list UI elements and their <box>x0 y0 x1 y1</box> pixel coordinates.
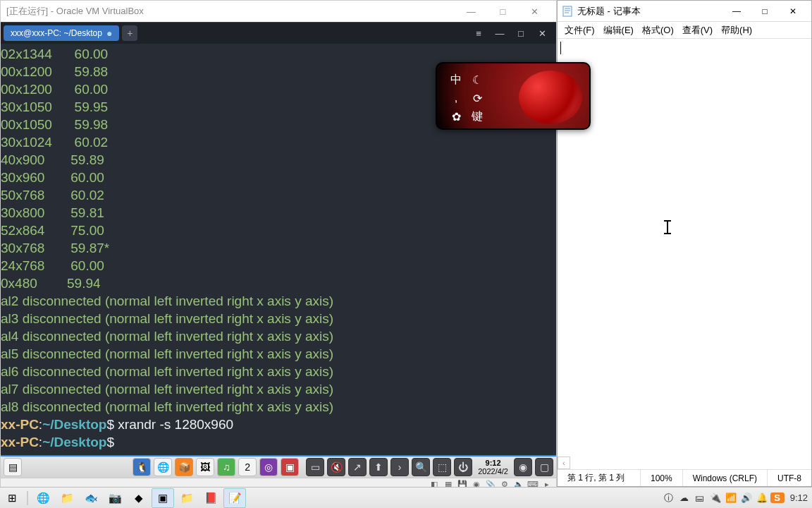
tray-icon-3[interactable]: ↗ <box>348 458 367 476</box>
vbox-titlebar[interactable]: [正在运行] - Oracle VM VirtualBox — □ ✕ <box>1 1 556 22</box>
ime-lang-button[interactable]: 中 <box>447 71 465 89</box>
tray-clock[interactable]: 9:12 <box>786 492 808 503</box>
tray-info-icon[interactable]: ⓘ <box>662 492 676 504</box>
taskbar-app-1[interactable]: 🐧 <box>133 458 151 476</box>
notepad-title-text: 无标题 - 记事本 <box>577 5 718 18</box>
menu-format[interactable]: 格式(O) <box>638 23 678 38</box>
terminal-window-controls: ≡ — □ ✕ <box>472 28 553 39</box>
taskbar-separator <box>27 491 28 505</box>
ime-reload-icon[interactable]: ⟳ <box>468 89 486 107</box>
terminal-tab-active[interactable]: xxx@xxx-PC: ~/Desktop ● <box>4 25 119 41</box>
linux-taskbar: ▤ 🐧 🌐 📦 🖼 ♫ 2 ◎ ▣ ▭ 🔇 ↗ ⬆ › 🔍 ⬚ ⏻ 9:12 2… <box>1 455 556 478</box>
menu-edit[interactable]: 编辑(E) <box>599 23 638 38</box>
taskbar-app-8[interactable]: 📕 <box>199 488 222 508</box>
ime-keyboard-button[interactable]: 键 <box>468 107 486 126</box>
taskbar-app-music[interactable]: ♫ <box>217 458 235 476</box>
tray-notification-icon[interactable]: 🔔 <box>755 492 769 503</box>
prompt-path: ~/Desktop <box>42 417 106 432</box>
tray-icon-5[interactable]: › <box>390 458 409 476</box>
prompt-dollar: $ <box>106 417 114 432</box>
notepad-titlebar[interactable]: 无标题 - 记事本 — □ ✕ <box>558 1 811 22</box>
taskbar-notepad[interactable]: 📝 <box>223 488 246 508</box>
terminal-tab-bar: xxx@xxx-PC: ~/Desktop ● + ≡ — □ ✕ <box>1 23 556 44</box>
status-position: 第 1 行, 第 1 列 <box>558 470 640 486</box>
linux-notification-button[interactable]: ◉ <box>514 458 532 476</box>
tray-icon-7[interactable]: ⬚ <box>433 458 451 476</box>
ime-punct-button[interactable]: , <box>447 89 465 107</box>
status-encoding: UTF-8 <box>767 470 811 486</box>
windows-taskbar: ⊞ 🌐 📁 🐟 📷 ◆ ▣ 📁 📕 📝 ⓘ ☁ 🖴 🔌 📶 🔊 🔔 S 9:12 <box>0 487 812 508</box>
linux-date-text: 2022/4/2 <box>478 467 508 476</box>
notepad-close-button[interactable]: ✕ <box>779 1 807 21</box>
terminal-close-button[interactable]: ✕ <box>535 28 549 39</box>
tray-icon-power[interactable]: ⏻ <box>454 458 472 476</box>
tray-power-icon[interactable]: 🔌 <box>708 492 722 503</box>
svg-rect-0 <box>563 6 572 16</box>
tray-wifi-icon[interactable]: 📶 <box>724 492 738 503</box>
tray-volume-icon[interactable]: 🔊 <box>739 492 753 503</box>
tray-cloud-icon[interactable]: ☁ <box>677 492 691 503</box>
taskbar-app-4[interactable]: 📷 <box>104 488 126 508</box>
terminal-menu-button[interactable]: ≡ <box>472 28 486 39</box>
vbox-maximize-button[interactable]: □ <box>487 1 519 22</box>
tab-label: xxx@xxx-PC: ~/Desktop <box>11 28 102 38</box>
menu-view[interactable]: 查看(V) <box>678 23 717 38</box>
taskbar-app-terminal[interactable]: ▣ <box>281 458 299 476</box>
taskbar-app-store[interactable]: 📦 <box>175 458 193 476</box>
notepad-menubar: 文件(F) 编辑(E) 格式(O) 查看(V) 帮助(H) <box>558 22 811 39</box>
ime-moon-icon[interactable]: ☾ <box>468 71 486 89</box>
taskbar-app-5[interactable]: ◆ <box>128 488 150 508</box>
menu-file[interactable]: 文件(F) <box>560 23 599 38</box>
tray-icon-1[interactable]: ▭ <box>306 458 324 476</box>
status-zoom: 100% <box>640 470 682 486</box>
ime-settings-icon[interactable]: ✿ <box>447 107 465 126</box>
tray-ime-icon[interactable]: S <box>770 492 785 503</box>
ime-floating-bar[interactable]: 中 ☾ , ⟳ ✿ 键 <box>436 62 591 130</box>
linux-time-text: 9:12 <box>478 459 508 467</box>
status-lineending: Windows (CRLF) <box>682 470 767 486</box>
notepad-editor[interactable] <box>558 39 811 469</box>
linux-showdesktop-button[interactable]: ▢ <box>535 458 553 476</box>
notepad-icon <box>562 6 573 17</box>
vbox-title-text: [正在运行] - Oracle VM VirtualBox <box>6 5 455 18</box>
system-tray: ⓘ ☁ 🖴 🔌 📶 🔊 🔔 S 9:12 <box>662 492 812 504</box>
taskbar-virtualbox[interactable]: ▣ <box>152 488 174 508</box>
notepad-minimize-button[interactable]: — <box>722 1 751 21</box>
prompt2-dollar: $ <box>106 435 114 449</box>
taskbar-app-7[interactable]: 📁 <box>176 488 198 508</box>
linux-clock[interactable]: 9:12 2022/4/2 <box>474 459 512 476</box>
menu-help[interactable]: 帮助(H) <box>717 23 756 38</box>
scroll-left-button[interactable]: ‹ <box>558 456 570 469</box>
tray-icon-search[interactable]: 🔍 <box>412 458 430 476</box>
ime-icon-grid: 中 ☾ , ⟳ ✿ 键 <box>447 71 486 126</box>
prompt2-user: xx-PC <box>1 435 39 449</box>
terminal-maximize-button[interactable]: □ <box>514 28 528 39</box>
notepad-window: 无标题 - 记事本 — □ ✕ 文件(F) 编辑(E) 格式(O) 查看(V) … <box>557 0 812 487</box>
prompt-user: xx-PC <box>1 417 39 432</box>
start-button[interactable]: ⊞ <box>1 488 23 508</box>
taskbar-app-system[interactable]: ◎ <box>259 458 278 476</box>
new-tab-button[interactable]: + <box>122 25 137 41</box>
tab-modified-icon: ● <box>106 28 112 39</box>
taskbar-app-image[interactable]: 🖼 <box>196 458 214 476</box>
prompt2-path: ~/Desktop <box>42 435 106 449</box>
tray-icon-4[interactable]: ⬆ <box>369 458 388 476</box>
taskbar-explorer[interactable]: 📁 <box>56 488 78 508</box>
linux-menu-button[interactable]: ▤ <box>4 458 22 476</box>
prompt-command: xrandr -s 1280x960 <box>114 417 233 432</box>
tray-icon-volume[interactable]: 🔇 <box>327 458 345 476</box>
notepad-statusbar: 第 1 行, 第 1 列 100% Windows (CRLF) UTF-8 <box>558 469 811 486</box>
taskbar-app-calendar[interactable]: 2 <box>238 458 257 476</box>
tray-drive-icon[interactable]: 🖴 <box>693 492 707 503</box>
vbox-window-controls: — □ ✕ <box>455 1 550 22</box>
vbox-minimize-button[interactable]: — <box>455 1 487 22</box>
notepad-window-controls: — □ ✕ <box>722 1 807 21</box>
taskbar-edge[interactable]: 🌐 <box>32 488 54 508</box>
taskbar-app-browser[interactable]: 🌐 <box>154 458 172 476</box>
notepad-maximize-button[interactable]: □ <box>751 1 779 21</box>
text-cursor <box>560 42 561 54</box>
taskbar-app-3[interactable]: 🐟 <box>80 488 102 508</box>
vbox-close-button[interactable]: ✕ <box>519 1 550 22</box>
terminal-minimize-button[interactable]: — <box>493 28 507 39</box>
